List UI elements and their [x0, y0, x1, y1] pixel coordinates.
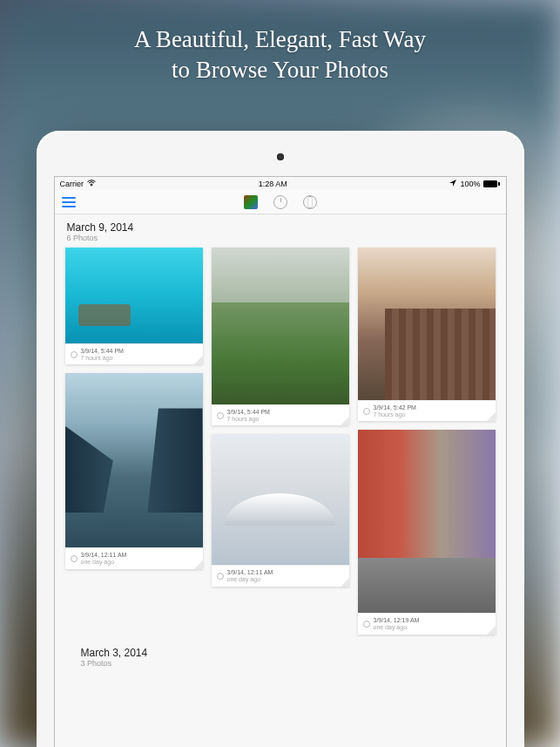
camera-dot: [277, 153, 284, 160]
status-bar: Carrier 1:28 AM 100%: [55, 177, 506, 190]
app-screen: Carrier 1:28 AM 100%: [54, 176, 507, 747]
photo-meta: 3/9/14, 5:44 PM 7 hours ago: [212, 404, 349, 425]
photo-ago: one day ago: [374, 624, 490, 631]
photo-ago: 7 hours ago: [227, 416, 344, 423]
photo-thumbnail: [65, 373, 203, 547]
section-date: March 3, 2014: [81, 647, 496, 659]
photo-meta: 3/9/14, 5:42 PM 7 hours ago: [358, 400, 496, 421]
photo-timestamp: 3/9/14, 12:11 AM: [81, 552, 198, 559]
photo-meta: 3/9/14, 12:11 AM one day ago: [65, 547, 203, 568]
wifi-icon: [87, 180, 96, 188]
section-count: 3 Photos: [81, 659, 496, 668]
battery-icon: [483, 180, 500, 187]
photo-timestamp: 3/9/14, 5:42 PM: [374, 404, 490, 411]
photo-thumbnail: [65, 248, 203, 343]
tab-places[interactable]: [303, 195, 317, 209]
clock-icon: [217, 412, 224, 419]
edit-corner-icon[interactable]: [487, 412, 496, 421]
content-scroll[interactable]: March 9, 2014 6 Photos 3/9/14, 5:44 PM 7…: [55, 214, 506, 747]
clock-icon: [71, 555, 78, 562]
photo-card[interactable]: 3/9/14, 5:42 PM 7 hours ago: [358, 248, 496, 421]
photo-meta: 3/9/14, 12:11 AM one day ago: [212, 565, 349, 586]
clock-icon: [363, 621, 370, 628]
photo-card[interactable]: 3/9/14, 5:44 PM 7 hours ago: [65, 248, 203, 364]
photo-ago: 7 hours ago: [374, 411, 490, 418]
carrier-label: Carrier: [60, 180, 84, 188]
clock-icon: [363, 408, 370, 415]
section-header: March 3, 2014 3 Photos: [65, 647, 496, 668]
photo-timestamp: 3/9/14, 12:19 AM: [374, 617, 490, 624]
photo-ago: 7 hours ago: [81, 355, 198, 362]
photo-meta: 3/9/14, 12:19 AM one day ago: [358, 613, 496, 634]
location-icon: [449, 180, 456, 188]
photo-card[interactable]: 3/9/14, 12:11 AM one day ago: [65, 373, 203, 568]
clock-icon: [71, 351, 78, 358]
clock-time: 1:28 AM: [259, 180, 287, 188]
photo-grid: 3/9/14, 5:44 PM 7 hours ago 3/9/14, 12:1…: [65, 248, 496, 635]
marketing-headline: A Beautiful, Elegant, Fast Way to Browse…: [0, 0, 560, 85]
nav-tabs: [244, 195, 317, 209]
battery-percent: 100%: [460, 180, 480, 188]
headline-line2: to Browse Your Photos: [0, 55, 560, 85]
section-header: March 9, 2014 6 Photos: [65, 221, 496, 242]
photo-thumbnail: [358, 248, 496, 400]
section-count: 6 Photos: [67, 234, 496, 242]
edit-corner-icon[interactable]: [194, 560, 203, 569]
photo-thumbnail: [212, 434, 349, 565]
ipad-frame: Carrier 1:28 AM 100%: [37, 131, 524, 747]
photo-timestamp: 3/9/14, 5:44 PM: [227, 409, 344, 416]
tab-recent[interactable]: [273, 195, 287, 209]
photo-thumbnail: [212, 248, 349, 404]
photo-ago: one day ago: [227, 576, 344, 583]
section-date: March 9, 2014: [67, 221, 496, 234]
photo-card[interactable]: 3/9/14, 12:11 AM one day ago: [212, 434, 349, 586]
edit-corner-icon[interactable]: [341, 578, 349, 587]
photo-timestamp: 3/9/14, 5:44 PM: [81, 348, 198, 355]
edit-corner-icon[interactable]: [194, 356, 203, 364]
tab-photos[interactable]: [244, 195, 258, 209]
menu-button[interactable]: [62, 197, 76, 207]
edit-corner-icon[interactable]: [341, 417, 349, 425]
photo-timestamp: 3/9/14, 12:11 AM: [227, 569, 344, 576]
photo-card[interactable]: 3/9/14, 5:44 PM 7 hours ago: [212, 248, 349, 425]
edit-corner-icon[interactable]: [487, 626, 496, 635]
photo-thumbnail: [358, 430, 496, 613]
headline-line1: A Beautiful, Elegant, Fast Way: [0, 24, 560, 55]
photo-ago: one day ago: [81, 559, 198, 566]
photo-meta: 3/9/14, 5:44 PM 7 hours ago: [65, 343, 203, 364]
photo-card[interactable]: 3/9/14, 12:19 AM one day ago: [358, 430, 496, 634]
nav-bar: [55, 190, 506, 214]
clock-icon: [217, 573, 224, 580]
